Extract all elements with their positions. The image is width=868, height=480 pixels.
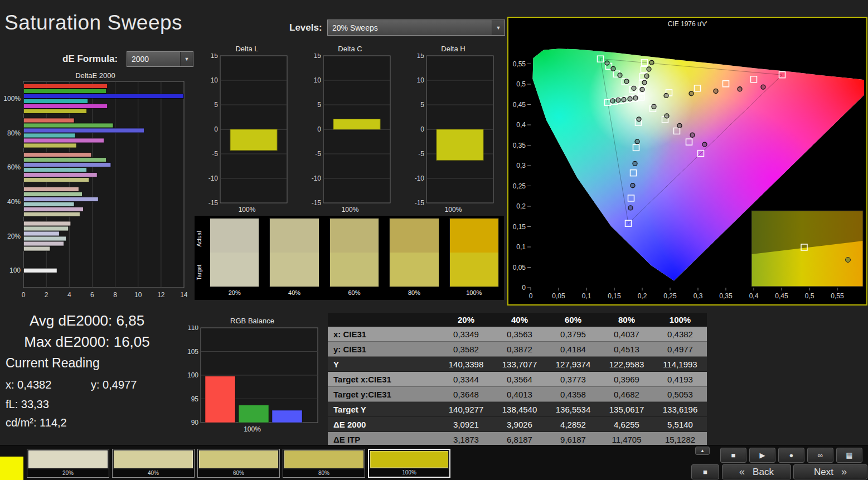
cie-measured-point bbox=[624, 79, 629, 84]
table-row: Y140,3398133,7077127,9374122,9583114,199… bbox=[328, 357, 707, 372]
deltae-bar bbox=[24, 178, 89, 182]
deltae-bar bbox=[24, 246, 50, 251]
next-arrow-icon: » bbox=[841, 466, 847, 478]
patch-target-swatch bbox=[450, 253, 498, 287]
saturation-swatch-row: 20%40%60%80%100% bbox=[27, 449, 450, 478]
table-value-cell: 127,9374 bbox=[546, 357, 600, 372]
cie-zoom-inset bbox=[751, 211, 863, 287]
table-value-cell: 4,6255 bbox=[600, 417, 653, 432]
table-value-cell: 0,3563 bbox=[493, 327, 546, 342]
svg-text:0,55: 0,55 bbox=[513, 60, 526, 68]
cie-measured-point bbox=[616, 98, 620, 102]
table-value-cell: 122,9583 bbox=[600, 357, 653, 372]
table-row-label: Target y:CIE31 bbox=[328, 387, 439, 402]
patch-color bbox=[114, 450, 193, 468]
table-value-cell: 0,3773 bbox=[546, 372, 600, 387]
stop-button[interactable]: ■ bbox=[720, 448, 746, 463]
cie-measured-point bbox=[628, 96, 632, 101]
delta-l-chart-plot: 151050-5-10-15 bbox=[205, 54, 289, 205]
svg-text:0: 0 bbox=[420, 125, 424, 133]
saturation-patch-button-20%[interactable]: 20% bbox=[27, 449, 109, 478]
deltae-bar bbox=[24, 241, 64, 246]
table-value-cell: 133,7077 bbox=[493, 357, 546, 372]
svg-text:105: 105 bbox=[187, 348, 198, 356]
stop-all-button[interactable]: ■ bbox=[691, 464, 719, 479]
svg-text:110: 110 bbox=[188, 326, 198, 332]
svg-text:0: 0 bbox=[214, 125, 218, 133]
table-row-label: Target Y bbox=[328, 402, 439, 417]
delta-bar bbox=[230, 129, 277, 151]
saturation-patch-button-80%[interactable]: 80% bbox=[283, 449, 365, 478]
loop-button[interactable]: ∞ bbox=[807, 448, 833, 463]
deltae-bar bbox=[24, 268, 57, 273]
patch-target-swatch bbox=[390, 253, 438, 287]
loop-icon: ∞ bbox=[818, 451, 823, 459]
patch-swatch bbox=[210, 218, 259, 287]
svg-text:-15: -15 bbox=[415, 199, 425, 205]
play-button[interactable]: ▶ bbox=[749, 448, 775, 463]
svg-text:0,1: 0,1 bbox=[582, 292, 591, 300]
table-col-header: 40% bbox=[493, 313, 546, 327]
back-button[interactable]: « Back bbox=[722, 464, 791, 479]
actual-rail-label: Actual bbox=[196, 223, 202, 255]
capture-button[interactable]: ▦ bbox=[836, 448, 862, 463]
delta-l-xlabel: 100% bbox=[205, 205, 289, 214]
transport-controls: ■▶●∞▦ bbox=[720, 448, 862, 463]
inset-measured-point bbox=[846, 258, 851, 263]
cie-measured-point bbox=[628, 206, 633, 210]
chevron-down-icon: ▼ bbox=[492, 20, 505, 35]
svg-text:0: 0 bbox=[522, 284, 526, 292]
saturation-patch-button-100%[interactable]: 100% bbox=[368, 449, 450, 478]
svg-text:10: 10 bbox=[134, 291, 142, 299]
deltae-bar bbox=[24, 104, 108, 108]
patch-button-label: 20% bbox=[27, 469, 109, 477]
table-value-cell: 0,4037 bbox=[600, 327, 653, 342]
svg-text:0,05: 0,05 bbox=[552, 292, 565, 300]
table-row: Target x:CIE310,33440,35640,37730,39690,… bbox=[328, 372, 707, 387]
table-row-label: Target x:CIE31 bbox=[328, 372, 439, 387]
reading-y: y: 0,4977 bbox=[91, 379, 137, 391]
patch-level-label: 40% bbox=[269, 287, 319, 299]
svg-text:12: 12 bbox=[157, 291, 165, 299]
svg-text:10: 10 bbox=[314, 76, 322, 84]
measurement-table: 20%40%60%80%100%x: CIE310,33490,35630,37… bbox=[328, 313, 707, 447]
deltae-bar bbox=[24, 202, 75, 206]
svg-text:20%: 20% bbox=[7, 232, 21, 240]
svg-text:5: 5 bbox=[317, 101, 321, 109]
record-button[interactable]: ● bbox=[778, 448, 804, 463]
patch-column: 40% bbox=[269, 218, 319, 300]
svg-text:-10: -10 bbox=[312, 174, 322, 182]
cie-measured-point bbox=[642, 80, 647, 85]
max-de2000: Max dE2000: 16,05 bbox=[0, 331, 174, 352]
svg-text:0,15: 0,15 bbox=[608, 292, 621, 300]
de-formula-select[interactable]: 2000 ▼ bbox=[127, 51, 193, 67]
cie-measured-point bbox=[637, 117, 641, 122]
svg-text:0,45: 0,45 bbox=[775, 292, 788, 300]
patch-column: 20% bbox=[210, 218, 259, 300]
svg-text:-5: -5 bbox=[212, 150, 218, 158]
patch-level-label: 100% bbox=[449, 287, 499, 299]
table-value-cell: 5,5140 bbox=[653, 417, 707, 432]
next-button-label: Next bbox=[814, 467, 833, 478]
scroll-up-button[interactable]: ▲ bbox=[695, 447, 710, 455]
cie-measured-point bbox=[633, 161, 637, 166]
table-value-cell: 114,1993 bbox=[653, 357, 707, 372]
rgb-balance-xlabel: 100% bbox=[184, 425, 321, 434]
patch-swatch bbox=[329, 218, 379, 287]
reading-cdm2: cd/m²: 114,2 bbox=[6, 416, 137, 429]
delta-l-chart: Delta L 151050-5-10-15 100% bbox=[205, 45, 289, 214]
levels-select[interactable]: 20% Sweeps ▼ bbox=[327, 20, 505, 36]
deltae-bar bbox=[24, 197, 99, 201]
saturation-patch-button-60%[interactable]: 60% bbox=[197, 449, 280, 478]
record-icon: ● bbox=[789, 451, 794, 459]
table-value-cell: 0,3969 bbox=[600, 372, 653, 387]
svg-text:100: 100 bbox=[187, 371, 198, 379]
saturation-patch-button-40%[interactable]: 40% bbox=[112, 449, 195, 478]
table-value-cell: 0,3564 bbox=[493, 372, 546, 387]
svg-text:0: 0 bbox=[529, 292, 533, 300]
deltae-bar bbox=[24, 118, 75, 123]
svg-text:0,2: 0,2 bbox=[638, 292, 647, 300]
next-button[interactable]: Next » bbox=[793, 464, 867, 479]
cie-measured-point bbox=[610, 99, 615, 103]
current-reading: Current Reading x: 0,4382 y: 0,4977 fL: … bbox=[6, 356, 137, 429]
